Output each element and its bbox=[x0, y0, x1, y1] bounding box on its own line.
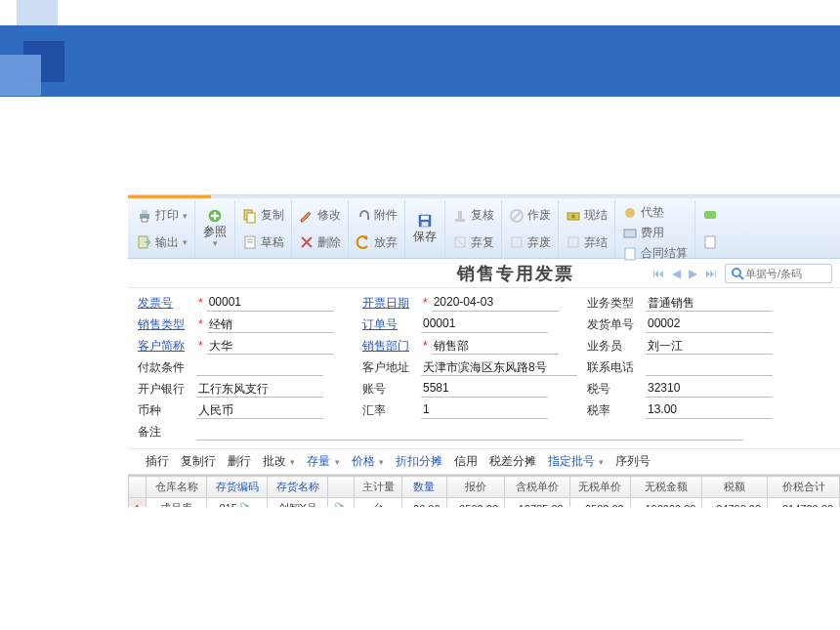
dept-value[interactable]: 销售部 bbox=[432, 337, 559, 355]
col-notaxprice[interactable]: 无税单价 bbox=[569, 477, 630, 498]
undo-icon bbox=[356, 234, 371, 250]
cell-name[interactable]: 创智X号 bbox=[268, 498, 328, 508]
save-button[interactable]: 保存 bbox=[405, 200, 445, 258]
abandon3-button[interactable]: 弃结 bbox=[562, 232, 611, 253]
fee-button[interactable]: 费用 bbox=[618, 223, 692, 243]
taxrate-label: 税率 bbox=[587, 402, 646, 419]
abandon1-button[interactable]: 弃复 bbox=[448, 232, 498, 253]
print-button[interactable]: 打印▾ bbox=[133, 205, 191, 226]
nav-first-icon[interactable]: ⏮ bbox=[651, 265, 666, 282]
cell-warehouse[interactable]: 成品库 bbox=[147, 498, 207, 508]
copy-row-button[interactable]: 复制行 bbox=[181, 453, 216, 470]
price-button[interactable]: 价格 ▾ bbox=[352, 453, 384, 470]
search-input[interactable] bbox=[745, 268, 823, 279]
currency-value[interactable]: 人民币 bbox=[196, 401, 323, 419]
attachment-button[interactable]: 附件 bbox=[352, 205, 401, 226]
invoice-no-value[interactable]: 00001 bbox=[207, 294, 334, 312]
shipno-value[interactable]: 00002 bbox=[646, 315, 773, 333]
col-tax[interactable]: 税额 bbox=[702, 477, 768, 498]
batch-edit-button[interactable]: 批改 ▾ bbox=[263, 453, 295, 470]
nav-prev-icon[interactable]: ◀ bbox=[670, 265, 683, 282]
tel-label: 联系电话 bbox=[587, 359, 646, 376]
search-box[interactable] bbox=[725, 264, 832, 283]
review-button[interactable]: 复核 bbox=[448, 205, 498, 226]
serial-button[interactable]: 序列号 bbox=[615, 453, 651, 470]
cell-taxprice[interactable]: 10735.00 bbox=[505, 498, 570, 508]
cell-code[interactable]: 015📎 bbox=[207, 498, 268, 508]
cell-tax[interactable]: 24700.00 bbox=[702, 498, 768, 508]
salesman-value[interactable]: 刘一江 bbox=[646, 337, 773, 355]
insert-row-button[interactable]: 插行 bbox=[146, 453, 169, 470]
col-taxprice[interactable]: 含税单价 bbox=[505, 477, 570, 498]
cell-quote[interactable]: 9500.00 bbox=[446, 498, 504, 508]
nav-last-icon[interactable]: ⏭ bbox=[703, 265, 719, 282]
cell-uom[interactable]: 台 bbox=[355, 498, 402, 508]
account-value[interactable]: 5581 bbox=[421, 380, 548, 398]
reference-button[interactable]: 参照▾ bbox=[195, 200, 235, 258]
main-toolbar: 打印▾ 输出▾ 参照▾ 复制 草稿 修改 bbox=[128, 198, 840, 259]
cash-button[interactable]: 现结 bbox=[562, 205, 611, 226]
invoice-date-value[interactable]: 2020-04-03 bbox=[432, 294, 559, 312]
cell-total[interactable]: 214700.00 bbox=[768, 498, 840, 508]
col-notaxamt[interactable]: 无税金额 bbox=[630, 477, 702, 498]
cust-label[interactable]: 客户简称 bbox=[138, 338, 196, 355]
col-code[interactable]: 存货编码 bbox=[207, 477, 268, 498]
paperclip-icon[interactable]: 📎 bbox=[237, 502, 255, 507]
void-button[interactable]: 作废 bbox=[505, 205, 555, 226]
more1-button[interactable] bbox=[698, 206, 722, 226]
payterm-value[interactable] bbox=[196, 358, 323, 376]
col-total[interactable]: 价税合计 bbox=[768, 477, 840, 498]
tel-value[interactable] bbox=[646, 358, 773, 376]
export-button[interactable]: 输出▾ bbox=[133, 232, 191, 253]
taxno-label: 税号 bbox=[587, 381, 646, 398]
giveup-label: 放弃 bbox=[374, 234, 398, 251]
saletype-label[interactable]: 销售类型 bbox=[138, 316, 196, 333]
printer-icon bbox=[137, 208, 152, 224]
svg-line-31 bbox=[739, 275, 743, 279]
draft-button[interactable]: 草稿 bbox=[238, 232, 288, 253]
taxdiff-button[interactable]: 税差分摊 bbox=[489, 453, 536, 470]
cell-notaxamt[interactable]: 190000.00 bbox=[630, 498, 702, 508]
abandon2-button[interactable]: 弃废 bbox=[505, 232, 555, 253]
saletype-value[interactable]: 经销 bbox=[207, 315, 334, 333]
abandon-icon bbox=[452, 234, 468, 250]
col-uom[interactable]: 主计量 bbox=[355, 477, 402, 498]
cell-qty[interactable]: 20.00 bbox=[402, 498, 446, 508]
modify-button[interactable]: 修改 bbox=[295, 205, 345, 226]
col-name[interactable]: 存货名称 bbox=[268, 477, 328, 498]
nav-next-icon[interactable]: ▶ bbox=[687, 265, 699, 282]
orderno-value[interactable]: 00001 bbox=[421, 315, 548, 333]
discount-button[interactable]: 折扣分摊 bbox=[396, 453, 442, 470]
stock-button[interactable]: 存量 ▾ bbox=[307, 453, 339, 470]
invoice-no-label[interactable]: 发票号 bbox=[138, 295, 196, 312]
taxrate-value[interactable]: 13.00 bbox=[646, 401, 773, 419]
cust-value[interactable]: 大华 bbox=[207, 337, 334, 355]
stamp-icon bbox=[452, 208, 468, 224]
copy-button[interactable]: 复制 bbox=[238, 205, 288, 226]
dept-label[interactable]: 销售部门 bbox=[362, 338, 421, 355]
invoice-date-label[interactable]: 开票日期 bbox=[362, 295, 421, 312]
orderno-label[interactable]: 订单号 bbox=[362, 316, 421, 333]
credit-button[interactable]: 信用 bbox=[454, 453, 478, 470]
abandon1-label: 弃复 bbox=[471, 234, 494, 251]
more2-button[interactable] bbox=[698, 232, 722, 252]
giveup-button[interactable]: 放弃 bbox=[352, 232, 401, 253]
table-row[interactable]: 1 成品库 015📎 创智X号 📎 台 20.00 9500.00 10735.… bbox=[129, 498, 840, 508]
taxno-value[interactable]: 32310 bbox=[646, 380, 773, 398]
col-qty[interactable]: 数量 bbox=[402, 477, 446, 498]
col-quote[interactable]: 报价 bbox=[446, 477, 504, 498]
col-warehouse[interactable]: 仓库名称 bbox=[147, 477, 207, 498]
batchno-button[interactable]: 指定批号 ▾ bbox=[548, 453, 604, 470]
rate-value[interactable]: 1 bbox=[421, 401, 548, 419]
remark-value[interactable] bbox=[196, 423, 743, 441]
paperclip-icon bbox=[356, 208, 371, 224]
bank-value[interactable]: 工行东风支行 bbox=[196, 380, 323, 398]
delete-row-button[interactable]: 删行 bbox=[228, 453, 251, 470]
advance-button[interactable]: 代垫 bbox=[618, 202, 692, 223]
draft-label: 草稿 bbox=[261, 234, 284, 251]
addr-value[interactable]: 天津市滨海区东风路8号 bbox=[421, 358, 577, 376]
biztype-value[interactable]: 普通销售 bbox=[646, 294, 773, 312]
cell-attach[interactable]: 📎 bbox=[328, 498, 355, 508]
cell-notaxprice[interactable]: 9500.00 bbox=[569, 498, 630, 508]
delete-button[interactable]: 删除 bbox=[295, 232, 345, 253]
